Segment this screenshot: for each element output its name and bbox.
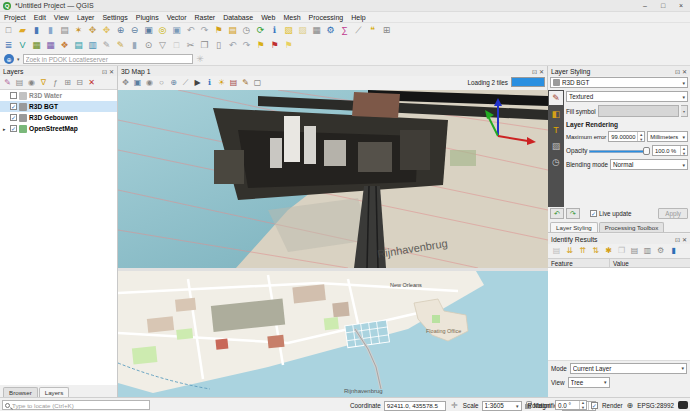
map2d-canvas[interactable]: New Orleans Floating Office Rijnhavenbru…	[118, 271, 548, 397]
render-checkbox[interactable]	[591, 402, 598, 409]
layer-expander-icon[interactable]: ▸	[3, 126, 8, 132]
menu-item[interactable]: Mesh	[279, 14, 304, 21]
zoom-next-icon[interactable]: ↷	[198, 24, 211, 37]
maximize-button[interactable]: □	[654, 0, 672, 12]
close-button[interactable]: ×	[672, 0, 690, 12]
identify-3d-icon[interactable]: ℹ	[204, 78, 215, 89]
export-scene-icon[interactable]: ▤	[228, 78, 239, 89]
collapse-tree-icon[interactable]: ⇈	[577, 246, 588, 257]
add-wms-layer-icon[interactable]: ▥	[86, 39, 99, 52]
pdok-search-input[interactable]	[23, 54, 193, 64]
tab-processing-toolbox[interactable]: Processing Toolbox	[599, 222, 665, 232]
layers-close-icon[interactable]: ✕	[109, 68, 114, 75]
layer-row[interactable]: ▸ OpenStreetMap	[0, 123, 117, 134]
rotation-spinbox[interactable]: 0.0 ° ▲▼	[555, 400, 587, 410]
layer-visibility-checkbox[interactable]	[10, 103, 17, 110]
zoom-in-3d-icon[interactable]: ⊕	[168, 78, 179, 89]
identify-float-icon[interactable]: ⊡	[675, 236, 680, 243]
tab-browser[interactable]: Browser	[3, 387, 38, 397]
menu-item[interactable]: Web	[257, 14, 279, 21]
paste-features-icon[interactable]: ▯	[212, 39, 225, 52]
menu-item[interactable]: Project	[0, 14, 30, 21]
labels-tab[interactable]: T	[549, 123, 563, 137]
opacity-spinbox[interactable]: 100.0 % ▲▼	[652, 145, 688, 156]
animation-icon[interactable]: ▶	[192, 78, 203, 89]
zoom-to-selection-icon[interactable]: ◎	[156, 24, 169, 37]
map3d-close-icon[interactable]: ✕	[539, 68, 544, 75]
zoom-to-layer-icon[interactable]: ▣	[170, 24, 183, 37]
add-point-cloud-icon[interactable]: ❖	[58, 39, 71, 52]
locator-settings-icon[interactable]: ✳	[194, 53, 207, 66]
layers-float-icon[interactable]: ⊡	[102, 68, 107, 75]
set-viewpoint-icon[interactable]: ◉	[144, 78, 155, 89]
add-group-icon[interactable]: ▤	[14, 77, 25, 88]
texture-mode-select[interactable]: Textured▾	[566, 91, 688, 102]
rendering-tab[interactable]: ▨	[549, 139, 563, 153]
project-save-icon[interactable]: ▮	[30, 24, 43, 37]
current-edits-icon[interactable]: ✎	[100, 39, 113, 52]
extents-icon[interactable]: ✛	[449, 400, 460, 411]
symbology-tab[interactable]: ✎	[549, 91, 563, 105]
copy-image-icon[interactable]: ▥	[642, 246, 653, 257]
layer-row[interactable]: R3D BGT	[0, 101, 117, 112]
view-select[interactable]: Tree▾	[568, 377, 610, 388]
open-layer-styling-icon[interactable]: ✎	[2, 77, 13, 88]
menu-item[interactable]: Help	[347, 14, 369, 21]
save-edits-icon[interactable]: ▮	[128, 39, 141, 52]
clear-results-icon[interactable]: ✱	[603, 246, 614, 257]
identify-results-list[interactable]	[548, 268, 690, 361]
expand-all-icon[interactable]: ⊞	[62, 77, 73, 88]
max-error-units-select[interactable]: Millimeters▾	[647, 131, 688, 142]
undo-icon[interactable]: ↶	[226, 39, 239, 52]
layer-row[interactable]: R3D Water	[0, 90, 117, 101]
select-features-icon[interactable]: ▧	[282, 24, 295, 37]
show-bookmarks-icon[interactable]: ▤	[226, 24, 239, 37]
messages-icon[interactable]	[678, 401, 688, 409]
sun-light-icon[interactable]: ☀	[216, 78, 227, 89]
layer-visibility-checkbox[interactable]	[10, 92, 17, 99]
menu-item[interactable]: Settings	[98, 14, 131, 21]
map-tips-icon[interactable]: ❝	[366, 24, 379, 37]
apply-button[interactable]: Apply	[658, 208, 688, 219]
expand-tree-icon[interactable]: ⇊	[564, 246, 575, 257]
minimize-button[interactable]: –	[636, 0, 654, 12]
styling-layer-selector[interactable]: R3D BGT▾	[550, 77, 688, 88]
map3d-canvas[interactable]: Rijnhavenbrug	[118, 90, 548, 268]
layer-visibility-checkbox[interactable]	[10, 125, 17, 132]
blending-mode-select[interactable]: Normal▾	[610, 159, 688, 170]
zoom-out-icon[interactable]: ⊖	[128, 24, 141, 37]
style-manager-icon[interactable]: ✶	[72, 24, 85, 37]
history-tab[interactable]: ◷	[549, 155, 563, 169]
3d-view-tab[interactable]: ◧	[549, 107, 563, 121]
filter-legend-icon[interactable]: ∇	[38, 77, 49, 88]
rotate-camera-icon[interactable]: ○	[156, 78, 167, 89]
zoom-full-3d-icon[interactable]: ▣	[132, 78, 143, 89]
processing-toolbox-icon[interactable]: ⚙	[324, 24, 337, 37]
menu-item[interactable]: Processing	[305, 14, 348, 21]
pin-labels-icon[interactable]: ⚑	[268, 39, 281, 52]
add-vector-layer-icon[interactable]: V	[16, 39, 29, 52]
add-delimited-text-icon[interactable]: ▤	[72, 39, 85, 52]
crs-status[interactable]: EPSG:28992	[637, 402, 674, 409]
identify-settings-icon[interactable]: ⚙	[655, 246, 666, 257]
manage-map-themes-icon[interactable]: ◉	[26, 77, 37, 88]
project-new-icon[interactable]: □	[2, 24, 15, 37]
add-mesh-layer-icon[interactable]: ▦	[44, 39, 57, 52]
live-update-checkbox[interactable]	[590, 210, 597, 217]
pan-map-icon[interactable]: ✥	[86, 24, 99, 37]
menu-item[interactable]: Raster	[191, 14, 220, 21]
styling-float-icon[interactable]: ⊡	[675, 68, 680, 75]
menu-item[interactable]: View	[50, 14, 73, 21]
layout-manager-icon[interactable]: ▤	[58, 24, 71, 37]
opacity-slider[interactable]	[589, 146, 650, 156]
menu-item[interactable]: Vector	[163, 14, 191, 21]
menu-item[interactable]: Layer	[73, 14, 99, 21]
layer-row[interactable]: R3D Gebouwen	[0, 112, 117, 123]
locate-input[interactable]	[12, 401, 149, 409]
filter-by-expression-icon[interactable]: ƒ	[50, 77, 61, 88]
pan-to-selection-icon[interactable]: ✥	[100, 24, 113, 37]
layer-visibility-checkbox[interactable]	[10, 114, 17, 121]
new-map-view-icon[interactable]: ⊞	[380, 24, 393, 37]
menu-item[interactable]: Database	[219, 14, 257, 21]
identify-features-icon[interactable]: ℹ	[268, 24, 281, 37]
